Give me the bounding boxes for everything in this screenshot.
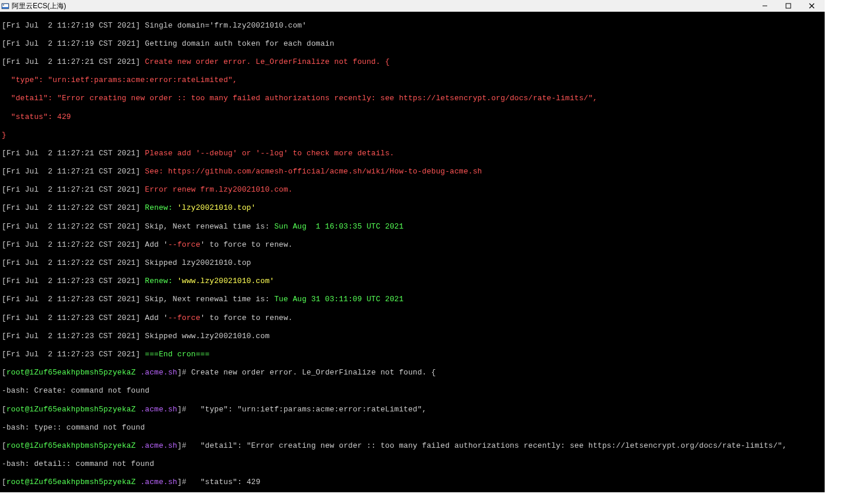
log-line: [Fri Jul 2 11:27:23 CST 2021] Skipped ww… <box>2 332 823 341</box>
minimize-button[interactable] <box>753 0 777 12</box>
log-line: -bash: detail:: command not found <box>2 459 823 469</box>
log-line: [Fri Jul 2 11:27:22 CST 2021] Add '--for… <box>2 240 823 250</box>
log-line: [Fri Jul 2 11:27:23 CST 2021] Add '--for… <box>2 314 823 323</box>
window-titlebar: 阿里云ECS(上海) <box>0 0 825 12</box>
putty-icon <box>1 2 9 10</box>
prompt-line: [root@iZuf65eakhpbmsh5pzyekaZ .acme.sh]#… <box>2 478 823 487</box>
log-line: [Fri Jul 2 11:27:22 CST 2021] Skip, Next… <box>2 222 823 231</box>
log-line: [Fri Jul 2 11:27:23 CST 2021] Renew: 'ww… <box>2 277 823 286</box>
terminal-window: 阿里云ECS(上海) [Fri Jul 2 11:27:19 CST 2021]… <box>0 0 825 492</box>
log-line: "type": "urn:ietf:params:acme:error:rate… <box>2 76 823 85</box>
log-line: -bash: Create: command not found <box>2 386 823 396</box>
log-line: [Fri Jul 2 11:27:21 CST 2021] Create new… <box>2 57 823 67</box>
maximize-button[interactable] <box>777 0 800 12</box>
log-line: } <box>2 131 823 140</box>
prompt-line: [root@iZuf65eakhpbmsh5pzyekaZ .acme.sh]#… <box>2 405 823 414</box>
svg-rect-2 <box>3 5 4 5</box>
terminal-body[interactable]: [Fri Jul 2 11:27:19 CST 2021] Single dom… <box>0 12 825 492</box>
prompt-line: [root@iZuf65eakhpbmsh5pzyekaZ .acme.sh]#… <box>2 441 823 451</box>
log-line: "status": 429 <box>2 113 823 122</box>
svg-rect-4 <box>786 4 791 8</box>
log-line: [Fri Jul 2 11:27:21 CST 2021] Please add… <box>2 149 823 158</box>
log-line: [Fri Jul 2 11:27:21 CST 2021] See: https… <box>2 167 823 176</box>
log-line: [Fri Jul 2 11:27:23 CST 2021] ===End cro… <box>2 350 823 359</box>
log-line: [Fri Jul 2 11:27:19 CST 2021] Single dom… <box>2 21 823 30</box>
window-title: 阿里云ECS(上海) <box>12 1 66 11</box>
log-line: [Fri Jul 2 11:27:22 CST 2021] Renew: 'lz… <box>2 203 823 213</box>
log-line: [Fri Jul 2 11:27:22 CST 2021] Skipped lz… <box>2 258 823 268</box>
log-line: -bash: type:: command not found <box>2 423 823 433</box>
close-button[interactable] <box>800 0 823 12</box>
prompt-line: [root@iZuf65eakhpbmsh5pzyekaZ .acme.sh]#… <box>2 368 823 377</box>
log-line: [Fri Jul 2 11:27:23 CST 2021] Skip, Next… <box>2 295 823 304</box>
svg-rect-1 <box>2 4 8 7</box>
log-line: [Fri Jul 2 11:27:19 CST 2021] Getting do… <box>2 39 823 49</box>
log-line: "detail": "Error creating new order :: t… <box>2 94 823 103</box>
log-line: [Fri Jul 2 11:27:21 CST 2021] Error rene… <box>2 185 823 195</box>
